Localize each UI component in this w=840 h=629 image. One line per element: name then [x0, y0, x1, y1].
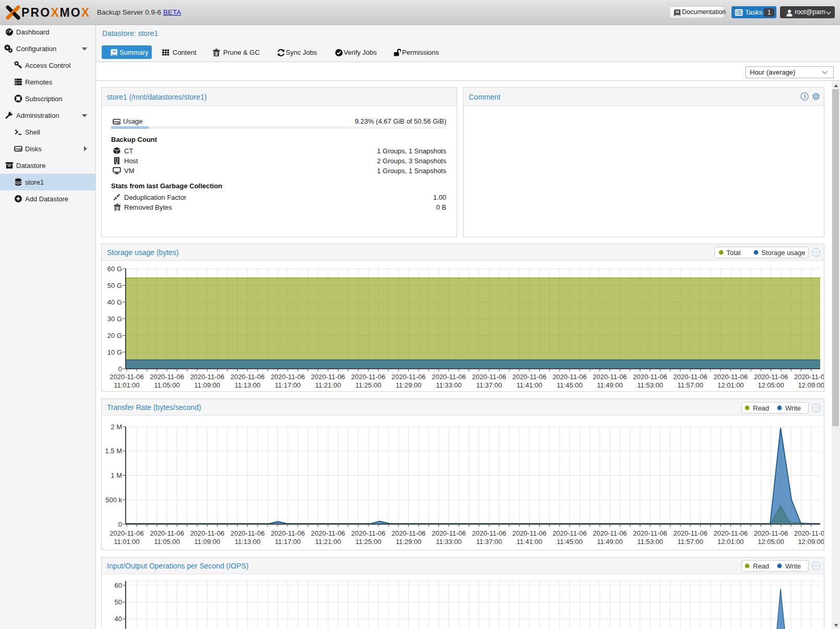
svg-text:11:17:00: 11:17:00 — [275, 538, 301, 546]
svg-text:2020-11-06: 2020-11-06 — [714, 373, 748, 381]
svg-text:2020-11-06: 2020-11-06 — [351, 373, 386, 381]
svg-text:2020-11-06: 2020-11-06 — [150, 529, 184, 537]
svg-text:12:05:00: 12:05:00 — [758, 381, 784, 389]
svg-text:11:13:00: 11:13:00 — [235, 381, 261, 389]
svg-text:40: 40 — [115, 615, 122, 623]
svg-text:12:09:00: 12:09:00 — [798, 538, 824, 546]
svg-text:11:49:00: 11:49:00 — [597, 538, 623, 546]
svg-text:2020-11-06: 2020-11-06 — [311, 529, 345, 537]
svg-text:20 G: 20 G — [107, 332, 122, 340]
svg-text:2020-11-06: 2020-11-06 — [754, 373, 788, 381]
svg-text:2020-11-06: 2020-11-06 — [230, 529, 265, 537]
svg-text:12:05:00: 12:05:00 — [758, 538, 784, 546]
svg-text:11:09:00: 11:09:00 — [194, 381, 221, 389]
svg-text:11:05:00: 11:05:00 — [154, 381, 180, 389]
svg-text:2020-11-06: 2020-11-06 — [794, 529, 824, 537]
svg-text:1.5 M: 1.5 M — [105, 447, 122, 455]
svg-text:2020-11-06: 2020-11-06 — [432, 373, 466, 381]
svg-text:11:13:00: 11:13:00 — [235, 538, 261, 546]
svg-text:2020-11-06: 2020-11-06 — [633, 373, 667, 381]
svg-text:11:49:00: 11:49:00 — [597, 381, 623, 389]
svg-text:0: 0 — [118, 365, 122, 373]
svg-text:2020-11-06: 2020-11-06 — [432, 529, 466, 537]
svg-text:2020-11-06: 2020-11-06 — [512, 529, 546, 537]
svg-text:30 G: 30 G — [107, 315, 122, 323]
svg-text:2020-11-06: 2020-11-06 — [673, 373, 708, 381]
svg-text:50: 50 — [115, 598, 122, 606]
svg-text:11:25:00: 11:25:00 — [355, 538, 381, 546]
svg-text:11:29:00: 11:29:00 — [396, 538, 422, 546]
svg-text:11:17:00: 11:17:00 — [275, 381, 301, 389]
svg-text:2020-11-06: 2020-11-06 — [351, 529, 386, 537]
svg-text:500 k: 500 k — [105, 496, 122, 504]
svg-text:11:37:00: 11:37:00 — [476, 381, 502, 389]
svg-text:11:45:00: 11:45:00 — [557, 538, 583, 546]
svg-text:2020-11-06: 2020-11-06 — [754, 529, 788, 537]
svg-text:12:01:00: 12:01:00 — [717, 538, 744, 546]
svg-text:0: 0 — [118, 521, 122, 528]
svg-text:60 G: 60 G — [107, 265, 122, 273]
svg-text:2020-11-06: 2020-11-06 — [593, 529, 627, 537]
svg-text:2020-11-06: 2020-11-06 — [714, 529, 748, 537]
svg-text:12:09:00: 12:09:00 — [798, 381, 824, 389]
svg-text:2020-11-06: 2020-11-06 — [150, 373, 184, 381]
svg-text:2020-11-06: 2020-11-06 — [553, 529, 587, 537]
svg-text:2020-11-06: 2020-11-06 — [633, 529, 667, 537]
svg-text:2020-11-06: 2020-11-06 — [271, 373, 305, 381]
svg-text:2020-11-06: 2020-11-06 — [230, 373, 265, 381]
svg-text:11:25:00: 11:25:00 — [355, 381, 381, 389]
svg-text:12:01:00: 12:01:00 — [717, 381, 744, 389]
svg-text:11:45:00: 11:45:00 — [557, 381, 583, 389]
svg-text:11:37:00: 11:37:00 — [476, 538, 502, 546]
svg-text:11:57:00: 11:57:00 — [677, 538, 703, 546]
svg-text:11:33:00: 11:33:00 — [436, 538, 462, 546]
svg-text:2020-11-06: 2020-11-06 — [392, 529, 426, 537]
svg-text:40 G: 40 G — [107, 298, 122, 306]
svg-text:2020-11-06: 2020-11-06 — [794, 373, 824, 381]
svg-text:11:01:00: 11:01:00 — [114, 538, 140, 546]
svg-text:2020-11-06: 2020-11-06 — [472, 529, 506, 537]
svg-text:11:01:00: 11:01:00 — [114, 381, 140, 389]
svg-text:2020-11-06: 2020-11-06 — [271, 529, 305, 537]
svg-text:2020-11-06: 2020-11-06 — [190, 373, 225, 381]
svg-text:2020-11-06: 2020-11-06 — [512, 373, 546, 381]
svg-text:2020-11-06: 2020-11-06 — [593, 373, 627, 381]
svg-text:2020-11-06: 2020-11-06 — [190, 529, 225, 537]
svg-text:2020-11-06: 2020-11-06 — [109, 529, 144, 537]
svg-text:11:09:00: 11:09:00 — [194, 538, 221, 546]
svg-text:11:05:00: 11:05:00 — [154, 538, 180, 546]
svg-text:11:57:00: 11:57:00 — [677, 381, 703, 389]
svg-text:11:29:00: 11:29:00 — [396, 381, 422, 389]
svg-text:2020-11-06: 2020-11-06 — [392, 373, 426, 381]
svg-text:60: 60 — [115, 582, 122, 589]
svg-text:2020-11-06: 2020-11-06 — [311, 373, 345, 381]
svg-text:2020-11-06: 2020-11-06 — [673, 529, 708, 537]
svg-text:11:33:00: 11:33:00 — [436, 381, 462, 389]
svg-text:1 M: 1 M — [111, 471, 122, 479]
svg-text:2020-11-06: 2020-11-06 — [109, 373, 144, 381]
svg-text:2 M: 2 M — [111, 423, 122, 431]
svg-text:11:53:00: 11:53:00 — [637, 538, 663, 546]
svg-text:2020-11-06: 2020-11-06 — [553, 373, 587, 381]
svg-text:11:21:00: 11:21:00 — [315, 381, 341, 389]
svg-text:11:53:00: 11:53:00 — [637, 381, 663, 389]
svg-text:2020-11-06: 2020-11-06 — [472, 373, 506, 381]
svg-text:10 G: 10 G — [107, 348, 122, 356]
svg-text:50 G: 50 G — [107, 282, 122, 289]
svg-text:11:41:00: 11:41:00 — [516, 538, 542, 546]
svg-text:11:41:00: 11:41:00 — [516, 381, 542, 389]
svg-text:11:21:00: 11:21:00 — [315, 538, 341, 546]
